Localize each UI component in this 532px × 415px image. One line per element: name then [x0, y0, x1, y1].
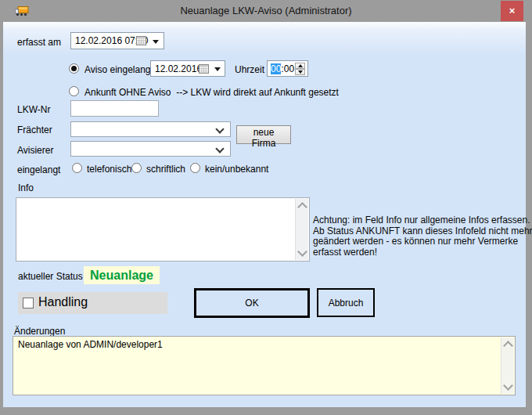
info-warning-text: Achtung: im Feld Info nur allgemeine Inf… [313, 215, 532, 258]
uhrzeit-label: Uhrzeit [235, 64, 264, 75]
aenderungen-value: Neuanlage von ADMIN/developer1 [18, 339, 163, 350]
spin-up-button[interactable] [295, 63, 305, 69]
radio-schriftlich-label: schriftlich [146, 164, 185, 175]
calendar-icon [136, 36, 146, 45]
scroll-up-icon[interactable] [297, 202, 307, 212]
eingelangt-label: eingelangt [17, 164, 60, 175]
info-label: Info [18, 182, 34, 193]
warning-line: Achtung: im Feld Info nur allgemeine Inf… [313, 215, 532, 226]
fraechter-label: Frächter [17, 125, 52, 135]
erfasst-am-datepicker[interactable]: 12.02.2016 07:20 [70, 32, 164, 49]
checkbox-icon [23, 298, 34, 309]
chevron-down-icon [215, 125, 224, 133]
abbruch-button[interactable]: Abbruch [317, 288, 375, 317]
warning-line: Ab Status ANKUNFT kann dieses Infofeld n… [313, 226, 532, 237]
radio-circle-icon [69, 63, 79, 74]
ok-button[interactable]: OK [194, 288, 310, 318]
close-button[interactable]: × [501, 1, 523, 21]
warning-line: erfasst werden! [313, 247, 532, 258]
radio-kein-unbekannt-label: kein/unbekannt [205, 164, 268, 175]
uhrzeit-spinner[interactable]: 00:00 [267, 60, 308, 77]
radio-circle-icon [72, 163, 82, 173]
radio-circle-icon [190, 163, 200, 173]
spinner-buttons [295, 63, 306, 75]
aviso-datepicker[interactable]: 12.02.2016 [150, 60, 225, 77]
info-textarea[interactable] [16, 197, 310, 262]
close-icon: × [509, 5, 516, 16]
calendar-icon [199, 64, 209, 74]
handling-label: Handling [38, 295, 88, 309]
info-scrollbar[interactable] [295, 199, 308, 260]
aenderungen-label: Änderungen [14, 326, 65, 337]
status-label: aktueller Status [18, 271, 83, 282]
spin-down-button[interactable] [295, 69, 305, 75]
radio-telefonisch-label: telefonisch [87, 164, 131, 175]
neue-firma-button[interactable]: neue Firma [236, 125, 291, 144]
lkw-nr-input[interactable] [70, 100, 159, 117]
handling-checkbox-group[interactable]: Handling [18, 292, 167, 314]
fraechter-combobox[interactable] [70, 121, 231, 137]
avisierer-combobox[interactable] [70, 141, 231, 157]
uhrzeit-value: 00:00 [271, 63, 294, 74]
radio-ohne-label: Ankunft OHNE Aviso --> LKW wird direkt a… [84, 87, 339, 98]
radio-circle-icon [131, 163, 142, 173]
hours-segment[interactable]: 00 [271, 63, 281, 74]
aenderungen-scrollbar[interactable] [501, 337, 514, 394]
erfasst-am-label: erfasst am [17, 37, 61, 48]
dialog-body: erfasst am 12.02.2016 07:20 Aviso eingel… [3, 22, 526, 407]
scroll-up-icon[interactable] [503, 341, 513, 351]
aviso-date-value: 12.02.2016 [155, 63, 202, 74]
status-badge: Neuanlage [84, 266, 160, 284]
lkw-nr-label: LKW-Nr [17, 104, 50, 115]
dropdown-arrow-icon[interactable] [214, 67, 221, 71]
minutes-segment[interactable]: 00 [284, 63, 294, 74]
scroll-down-icon[interactable] [503, 381, 513, 391]
titlebar[interactable]: Neuanlage LKW-Aviso (Administrator) × [0, 0, 532, 22]
dropdown-arrow-icon[interactable] [153, 40, 159, 44]
warning-line: geändert werden - es können nur mehr Ver… [313, 236, 532, 247]
window-title: Neuanlage LKW-Aviso (Administrator) [0, 5, 532, 16]
aenderungen-textarea[interactable]: Neuanlage von ADMIN/developer1 [13, 336, 516, 395]
chevron-down-icon [215, 144, 224, 153]
radio-aviso-label: Aviso eingelangt [84, 64, 153, 75]
avisierer-label: Avisierer [17, 145, 53, 156]
scroll-down-icon[interactable] [297, 247, 307, 257]
radio-circle-icon [69, 86, 79, 96]
